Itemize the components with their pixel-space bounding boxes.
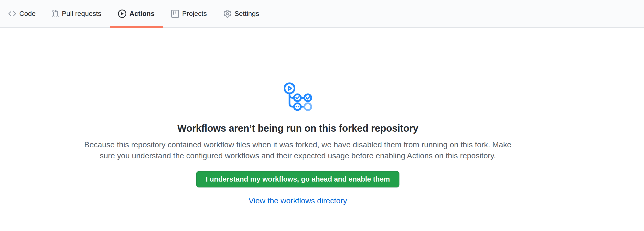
tab-label: Settings <box>234 10 259 18</box>
tab-label: Actions <box>130 10 155 18</box>
tab-actions[interactable]: Actions <box>110 0 163 27</box>
enable-workflows-button[interactable]: I understand my workflows, go ahead and … <box>196 171 400 187</box>
description-line-1: Because this repository contained workfl… <box>0 139 596 150</box>
page-title: Workflows aren’t being run on this forke… <box>0 123 596 134</box>
play-circle-icon <box>118 10 126 18</box>
view-workflows-directory-link[interactable]: View the workflows directory <box>0 196 596 205</box>
tab-projects[interactable]: Projects <box>163 0 215 27</box>
gear-icon <box>224 10 231 18</box>
description-text: Because this repository contained workfl… <box>0 139 596 161</box>
git-pull-request-icon <box>52 10 59 18</box>
description-line-2: sure you understand the configured workf… <box>0 150 596 161</box>
tab-settings[interactable]: Settings <box>215 0 268 27</box>
tab-label: Pull requests <box>62 10 102 18</box>
blankslate: Workflows aren’t being run on this forke… <box>0 28 596 205</box>
repo-nav: Code Pull requests Actions Projects Sett… <box>0 0 644 28</box>
actions-empty-state: Workflows aren’t being run on this forke… <box>0 28 644 205</box>
tab-label: Projects <box>182 10 207 18</box>
project-icon <box>171 10 179 18</box>
code-icon <box>8 10 16 18</box>
tab-label: Code <box>19 10 36 18</box>
tab-code[interactable]: Code <box>0 0 44 27</box>
tab-pull-requests[interactable]: Pull requests <box>44 0 110 27</box>
workflow-graph-icon <box>284 83 312 112</box>
